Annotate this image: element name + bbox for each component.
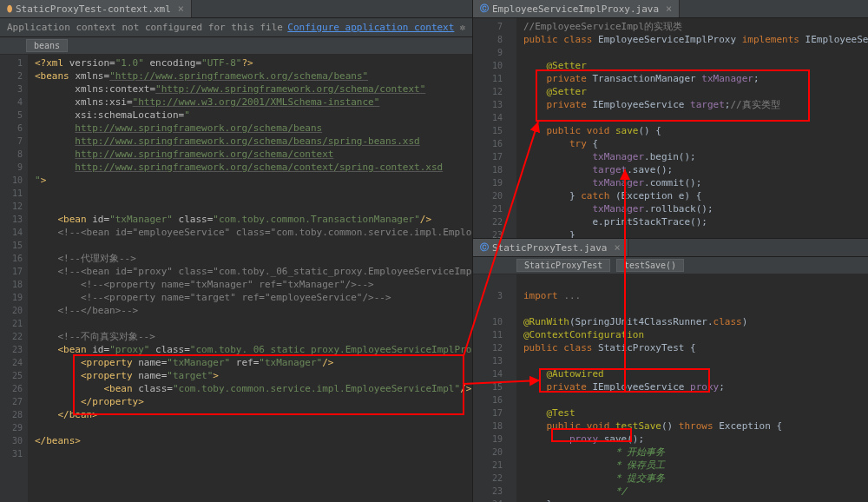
rt-code[interactable]: //EmployeeServiceImpl的实现类 public class E…	[516, 18, 868, 238]
java-icon: Ⓒ	[480, 3, 489, 15]
bc-method[interactable]: testSave()	[616, 259, 684, 272]
bc-class[interactable]: StaticProxyTest	[516, 259, 610, 272]
left-tabs: ⬮ StaticProxyTest-context.xml ×	[0, 0, 472, 18]
right-bottom-tabs: Ⓒ StaticProxyTest.java ×	[473, 239, 868, 257]
gear-icon[interactable]: ✲	[459, 22, 465, 33]
tab-label: StaticProxyTest.java	[492, 242, 607, 254]
breadcrumb-bar: beans	[0, 37, 472, 55]
breadcrumb-beans[interactable]: beans	[26, 39, 68, 52]
left-code[interactable]: <?xml version="1.0" encoding="UTF-8"?> <…	[28, 55, 472, 502]
rb-breadcrumb: StaticProxyTest testSave()	[473, 257, 868, 274]
xml-icon: ⬮	[7, 3, 12, 14]
rb-indicators	[508, 274, 516, 502]
close-icon[interactable]: ×	[666, 3, 672, 15]
tab-proxy-java[interactable]: Ⓒ EmployeeServiceImplProxy.java ×	[473, 0, 680, 17]
close-icon[interactable]: ×	[614, 241, 620, 254]
rb-gutter: 310111213141516171819202122232425	[473, 274, 508, 502]
right-bottom-editor[interactable]: 310111213141516171819202122232425 import…	[473, 274, 868, 502]
tab-label: StaticProxyTest-context.xml	[16, 3, 171, 15]
configure-context-link[interactable]: Configure application context	[287, 22, 454, 33]
rb-code[interactable]: import ... @RunWith(SpringJUnit4ClassRun…	[516, 274, 868, 502]
rt-gutter: 789101112131415161718192021222324	[473, 18, 508, 238]
tab-context-xml[interactable]: ⬮ StaticProxyTest-context.xml ×	[0, 0, 192, 17]
notice-text: Application context not configured for t…	[7, 22, 283, 33]
left-gutter: 1234567891011121314151617181920212223242…	[0, 55, 28, 502]
rt-indicators	[508, 18, 516, 238]
tab-test-java[interactable]: Ⓒ StaticProxyTest.java ×	[473, 239, 628, 256]
right-top-editor[interactable]: 789101112131415161718192021222324 //Empl…	[473, 18, 868, 238]
left-editor[interactable]: 1234567891011121314151617181920212223242…	[0, 55, 472, 502]
java-icon: Ⓒ	[480, 241, 489, 254]
notice-bar: Application context not configured for t…	[0, 18, 472, 37]
close-icon[interactable]: ×	[178, 3, 184, 15]
tab-label: EmployeeServiceImplProxy.java	[492, 3, 659, 15]
right-top-tabs: Ⓒ EmployeeServiceImplProxy.java ×	[473, 0, 868, 18]
